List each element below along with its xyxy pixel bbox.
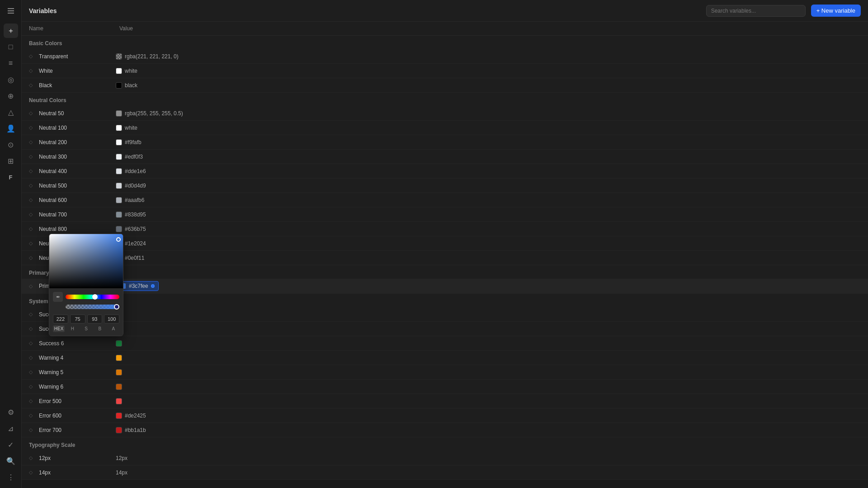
variable-value: 12px xyxy=(116,455,127,461)
header: Variables + New variable xyxy=(22,0,868,22)
table-row[interactable]: ◇ Neutral 400 #dde1e6 xyxy=(22,164,868,178)
variable-name: Transparent xyxy=(39,53,116,60)
sidebar-icon-grid[interactable]: ⊞ xyxy=(4,154,18,168)
hex-input[interactable]: 222 xyxy=(53,314,68,324)
sidebar-icon-export[interactable]: ⊿ xyxy=(4,421,18,436)
variable-icon: ◇ xyxy=(29,384,36,389)
table-row[interactable]: ◇ Neutral 900 #1e2024 xyxy=(22,236,868,251)
new-variable-button[interactable]: + New variable xyxy=(811,5,861,17)
variable-icon: ◇ xyxy=(29,398,36,404)
variable-icon: ◇ xyxy=(29,53,36,59)
table-row[interactable]: ◇ Neutral 200 #f9fafb xyxy=(22,135,868,150)
table-row[interactable]: ◇ Success 4 xyxy=(22,307,868,322)
color-picker-gradient[interactable] xyxy=(49,234,123,288)
color-picker-handle[interactable] xyxy=(116,237,121,242)
sidebar-icon-add[interactable]: ＋ xyxy=(4,23,18,38)
hue-slider-row: ✒ xyxy=(53,292,119,302)
hue-slider[interactable] xyxy=(66,295,119,299)
alpha-overlay xyxy=(66,305,119,309)
color-swatch xyxy=(116,68,122,74)
table-row[interactable]: ◇ Neutral 500 #d0d4d9 xyxy=(22,178,868,193)
b-input[interactable]: 100 xyxy=(104,314,119,324)
color-swatch xyxy=(116,226,122,232)
table-row[interactable]: ◇ Success 6 xyxy=(22,336,868,351)
sidebar-icon-more[interactable]: ⋮ xyxy=(4,470,18,484)
sidebar-icon-menu[interactable]: ≡ xyxy=(4,56,18,70)
table-row[interactable]: ◇ Error 700 #bb1a1b xyxy=(22,423,868,437)
variable-name: Neutral 400 xyxy=(39,168,116,174)
variable-icon: ◇ xyxy=(29,125,36,131)
mode-s-button[interactable]: S xyxy=(80,325,92,332)
sidebar-icon-layers[interactable]: □ xyxy=(4,40,18,54)
sidebar-icon-analytics[interactable]: △ xyxy=(4,105,18,119)
color-swatch xyxy=(116,82,122,89)
variable-name: Error 700 xyxy=(39,427,116,433)
s-input[interactable]: 93 xyxy=(87,314,103,324)
variable-icon: ◇ xyxy=(29,326,36,332)
variable-name: Warning 6 xyxy=(39,384,116,390)
variable-icon: ◇ xyxy=(29,355,36,361)
variable-value: #636b75 xyxy=(116,226,146,232)
table-row[interactable]: ◇ Error 600 #de2425 xyxy=(22,408,868,423)
table-row[interactable]: ◇ Neutral 700 #838d95 xyxy=(22,207,868,222)
table-row[interactable]: ◇ Neutral 50 rgba(255, 255, 255, 0.5) xyxy=(22,106,868,121)
table-row[interactable]: ◇ Black black xyxy=(22,78,868,93)
table-row[interactable]: ◇ Warning 5 xyxy=(22,365,868,380)
variable-icon: ◇ xyxy=(29,311,36,317)
table-row[interactable]: ◇ Warning 4 xyxy=(22,351,868,365)
sidebar-icon-check[interactable]: ✓ xyxy=(4,437,18,452)
sidebar-icon-users[interactable]: 👤 xyxy=(4,121,18,136)
color-swatch xyxy=(116,369,122,375)
table-row[interactable]: ◇ Neutral 950 #0e0f11 xyxy=(22,251,868,265)
variable-icon: ◇ xyxy=(29,211,36,217)
variable-icon: ◇ xyxy=(29,427,36,433)
table-row[interactable]: ◇ Error 500 xyxy=(22,394,868,408)
page-title: Variables xyxy=(29,7,701,14)
table-row[interactable]: ◇ Warning 6 xyxy=(22,380,868,394)
variable-name: Neutral 50 xyxy=(39,110,116,117)
section-typography: Typography Scale xyxy=(22,437,868,451)
variables-table: Basic Colors ◇ Transparent rgba(221, 221… xyxy=(22,36,868,488)
table-row[interactable]: ◇ Neutral 800 #636b75 xyxy=(22,222,868,236)
primary-dot xyxy=(151,284,155,288)
mode-hex-button[interactable]: HEX xyxy=(53,325,65,332)
mode-h-button[interactable]: H xyxy=(66,325,78,332)
table-row[interactable]: ◇ Neutral 300 #edf0f3 xyxy=(22,150,868,164)
table-row[interactable]: ◇ Neutral 100 white xyxy=(22,121,868,135)
mode-a-button[interactable]: A xyxy=(108,325,119,332)
table-row[interactable]: ◇ Neutral 600 #aaafb6 xyxy=(22,193,868,207)
color-swatch xyxy=(116,398,122,404)
variable-name: 14px xyxy=(39,469,116,476)
table-row[interactable]: ◇ 14px 14px xyxy=(22,465,868,480)
search-input[interactable] xyxy=(706,5,806,17)
mode-b-button[interactable]: B xyxy=(94,325,106,332)
variable-value: white xyxy=(116,68,137,74)
variable-name: Black xyxy=(39,82,116,89)
table-row[interactable]: ◇ Transparent rgba(221, 221, 221, 0) xyxy=(22,49,868,64)
h-input[interactable]: 75 xyxy=(70,314,85,324)
color-swatch xyxy=(116,355,122,361)
variable-icon: ◇ xyxy=(29,197,36,203)
variable-icon: ◇ xyxy=(29,469,36,475)
sidebar-icon-variables[interactable]: ⊙ xyxy=(4,137,18,152)
alpha-slider[interactable] xyxy=(66,305,119,309)
variable-icon: ◇ xyxy=(29,413,36,418)
variable-name: Neutral 500 xyxy=(39,183,116,189)
variable-name: Neutral 600 xyxy=(39,197,116,203)
variable-icon: ◇ xyxy=(29,369,36,375)
sidebar-icon-settings[interactable]: ⚙ xyxy=(4,405,18,419)
sidebar-icon-search[interactable]: 🔍 xyxy=(4,454,18,468)
eyedropper-button[interactable]: ✒ xyxy=(53,292,63,302)
variable-icon: ◇ xyxy=(29,283,36,289)
variable-icon: ◇ xyxy=(29,183,36,188)
table-row[interactable]: ◇ Success 5 xyxy=(22,322,868,336)
sidebar-icon-fonts[interactable]: F xyxy=(4,170,18,184)
sidebar-icon-plugins[interactable]: ⊕ xyxy=(4,89,18,103)
variable-value: #838d95 xyxy=(116,211,146,218)
variable-value: #de2425 xyxy=(116,413,146,419)
table-row[interactable]: ◇ 12px 12px xyxy=(22,451,868,465)
sidebar-icon-components[interactable]: ◎ xyxy=(4,72,18,87)
table-row[interactable]: ◇ White white xyxy=(22,64,868,78)
table-row-primary[interactable]: ◇ Primary #3c7fee xyxy=(22,279,868,294)
alpha-slider-row xyxy=(53,305,119,309)
